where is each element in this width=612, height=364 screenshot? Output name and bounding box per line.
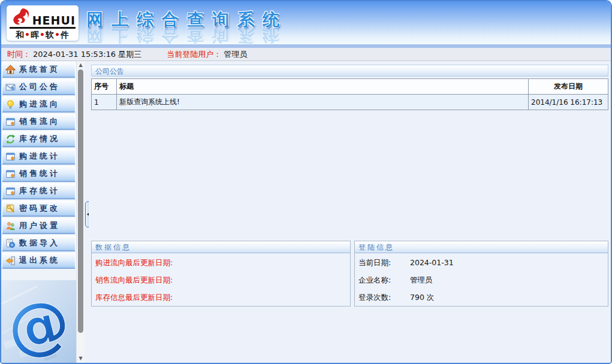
sidebar-item-label: 库存情况	[19, 134, 60, 144]
sidebar-scrollbar[interactable]: ▲ ▼	[76, 61, 85, 363]
sidebar-item-label: 销售统计	[19, 168, 60, 179]
company-logo: HEHUI 和•晖•软•件	[7, 5, 79, 41]
sidebar-item-label: 库存统计	[19, 186, 60, 196]
mail-icon	[5, 82, 16, 92]
brand-name: HEHUI	[32, 14, 76, 26]
sidebar-item-data-import[interactable]: 数据导入	[2, 235, 76, 251]
home-icon	[5, 65, 16, 75]
column-header-no: 序号	[92, 79, 117, 95]
current-date-value: 2024-01-31	[410, 258, 454, 267]
current-user-value: 管理员	[224, 49, 247, 60]
body-row: 系统首页 公司公告	[1, 61, 611, 363]
current-date-label: 当前日期:	[358, 258, 408, 268]
bottom-panels: 数据信息 购进流向最后更新日期: 销售流向最后更新日期: 库存信息最后更新日期:…	[91, 241, 608, 307]
column-header-date: 发布日期	[529, 79, 608, 95]
data-info-panel-title: 数据信息	[92, 241, 350, 253]
sidebar-item-label: 公司公告	[19, 81, 60, 92]
page-title-reflection: 网上综合查询系统	[86, 24, 288, 47]
app-header: HEHUI 和•晖•软•件 网上综合查询系统 网上综合查询系统	[1, 1, 611, 44]
sidebar-item-inventory-status[interactable]: 库存情况	[2, 131, 76, 147]
key-icon	[5, 204, 16, 214]
sidebar-item-user-settings[interactable]: 用户设置	[2, 218, 76, 234]
table-row[interactable]: 1 新版查询系统上线! 2014/1/16 16:17:13	[92, 95, 608, 110]
at-symbol-watermark: @	[1, 280, 76, 363]
sidebar-item-sales-stats[interactable]: 销售统计	[2, 166, 76, 182]
sidebar-item-label: 密码更改	[19, 203, 60, 214]
table-header-row: 序号 标题 发布日期	[92, 79, 608, 95]
scroll-down-icon[interactable]: ▼	[77, 354, 85, 363]
company-name-label: 企业名称:	[358, 275, 408, 286]
window-icon	[5, 151, 16, 162]
app-title-wrap: 网上综合查询系统 网上综合查询系统	[86, 8, 288, 31]
purchase-flow-update-line: 购进流向最后更新日期:	[92, 253, 350, 271]
login-count-row: 登录次数: 790 次	[355, 288, 608, 305]
window-icon	[5, 169, 16, 179]
cell-no: 1	[92, 95, 117, 110]
sidebar-item-purchase-stats[interactable]: 购进统计	[2, 148, 76, 165]
current-user-label: 当前登陆用户：	[167, 49, 221, 60]
sales-flow-update-line: 销售流向最后更新日期:	[92, 271, 350, 288]
sidebar-item-purchase-flow[interactable]: 购进流向	[2, 96, 76, 113]
sidebar-item-label: 销售流向	[19, 116, 60, 127]
sidebar-item-sales-flow[interactable]: 销售流向	[2, 114, 76, 130]
company-name-value: 管理员	[410, 275, 433, 284]
company-name-row: 企业名称: 管理员	[355, 271, 608, 288]
announcements-panel-title: 公司公告	[91, 65, 608, 77]
time-label: 时间：	[7, 49, 31, 60]
app-window: HEHUI 和•晖•软•件 网上综合查询系统 网上综合查询系统 时间： 2024…	[0, 0, 612, 364]
login-count-label: 登录次数:	[358, 293, 408, 303]
sidebar-item-logout[interactable]: 退出系统	[2, 253, 76, 269]
column-header-title: 标题	[117, 79, 529, 95]
sidebar-menu: 系统首页 公司公告	[1, 61, 76, 269]
refresh-icon	[5, 134, 16, 144]
announcements-table: 序号 标题 发布日期 1 新版查询系统上线! 2014/1/16 16:17:1…	[91, 78, 608, 110]
cell-title[interactable]: 新版查询系统上线!	[117, 95, 529, 110]
brand-chinese: 和•晖•软•件	[10, 30, 76, 41]
login-count-value: 790 次	[410, 293, 434, 302]
sidebar-item-label: 购进流向	[19, 99, 60, 110]
current-date-row: 当前日期: 2024-01-31	[355, 253, 608, 271]
announcements-panel: 公司公告 序号 标题 发布日期 1 新版查询系统上线! 2014/1/	[91, 65, 608, 110]
scroll-up-icon[interactable]: ▲	[77, 61, 85, 69]
status-bar: 时间： 2024-01-31 15:53:16 星期三 当前登陆用户： 管理员	[1, 48, 611, 61]
sidebar-item-password-change[interactable]: 密码更改	[2, 201, 76, 217]
sidebar-item-label: 用户设置	[19, 220, 60, 231]
sidebar-item-label: 系统首页	[19, 64, 60, 75]
scrollbar-thumb[interactable]	[78, 69, 83, 333]
main-content: 公司公告 序号 标题 发布日期 1 新版查询系统上线! 2014/1/	[89, 61, 611, 363]
inventory-update-line: 库存信息最后更新日期:	[92, 288, 350, 305]
exit-icon	[5, 256, 16, 266]
logo-top-row: HEHUI	[10, 7, 76, 29]
login-info-panel-title: 登陆信息	[355, 241, 608, 253]
window-icon	[5, 186, 16, 196]
users-icon	[5, 221, 16, 231]
bulb-icon	[5, 99, 16, 110]
login-info-panel: 登陆信息 当前日期: 2024-01-31 企业名称: 管理员 登录次数: 79…	[354, 241, 608, 307]
cell-date: 2014/1/16 16:17:13	[529, 95, 608, 110]
sidebar-item-label: 购进统计	[19, 151, 60, 162]
sidebar-item-label: 数据导入	[19, 238, 60, 248]
time-value: 2024-01-31 15:53:16 星期三	[33, 49, 141, 60]
window-icon	[5, 117, 16, 127]
sidebar-item-label: 退出系统	[19, 255, 60, 266]
sidebar-item-home[interactable]: 系统首页	[2, 62, 76, 78]
sidebar-item-announcements[interactable]: 公司公告	[2, 79, 76, 95]
import-icon	[5, 238, 16, 248]
flame-icon	[10, 7, 32, 26]
sidebar-item-inventory-stats[interactable]: 库存统计	[2, 183, 76, 199]
sidebar: 系统首页 公司公告	[1, 61, 76, 363]
data-info-panel: 数据信息 购进流向最后更新日期: 销售流向最后更新日期: 库存信息最后更新日期:	[91, 241, 351, 307]
